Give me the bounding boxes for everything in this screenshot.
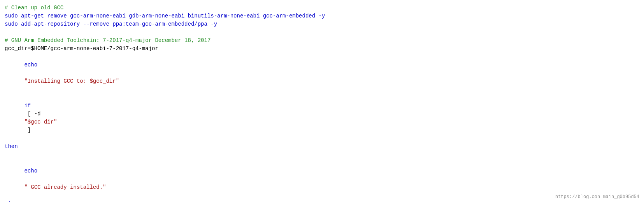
string-val: "Installing GCC to: $gcc_dir": [24, 78, 119, 84]
empty-line: [5, 28, 639, 37]
code-content: # Clean up old GCC sudo apt-get remove g…: [5, 4, 639, 202]
keyword-if: if: [24, 103, 31, 109]
keyword-echo: echo: [24, 168, 37, 174]
code-line: # GNU Arm Embedded Toolchain: 7-2017-q4-…: [5, 37, 639, 45]
code-line: sudo apt-get remove gcc-arm-none-eabi gd…: [5, 12, 639, 20]
code-text: ]: [24, 127, 31, 133]
code-line: # Clean up old GCC: [5, 4, 639, 12]
code-line: echo "Installing GCC to: $gcc_dir": [5, 53, 639, 94]
code-text: [ -d: [24, 111, 44, 117]
string-val: "$gcc_dir": [24, 119, 57, 125]
status-bar-text: https://blog.con main_g0b95d54: [555, 194, 639, 200]
code-text: [24, 176, 27, 182]
code-line: if [ -d "$gcc_dir" ]: [5, 94, 639, 143]
code-editor: # Clean up old GCC sudo apt-get remove g…: [0, 0, 644, 202]
code-indent: [24, 160, 37, 166]
keyword-echo: echo: [24, 62, 37, 68]
code-line: sudo add-apt-repository --remove ppa:tea…: [5, 20, 639, 28]
code-line: then: [5, 143, 639, 151]
code-line: echo " GCC already installed.": [5, 151, 639, 200]
code-line: gcc_dir=$HOME/gcc-arm-none-eabi-7-2017-q…: [5, 45, 639, 53]
string-val: " GCC already installed.": [24, 184, 106, 190]
status-bar: https://blog.con main_g0b95d54: [555, 193, 639, 200]
code-text: [24, 70, 27, 76]
code-line: else: [5, 200, 639, 202]
